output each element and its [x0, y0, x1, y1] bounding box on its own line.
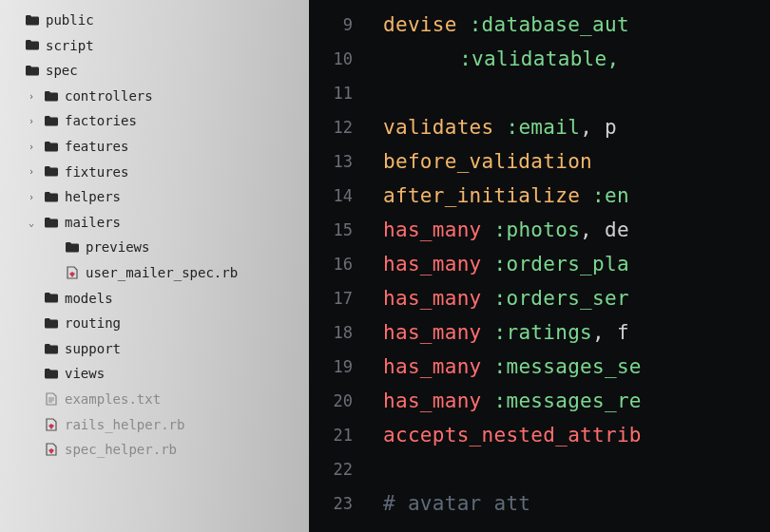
code-token: has_many [383, 218, 482, 241]
tree-item[interactable]: user_mailer_spec.rb [6, 260, 309, 286]
code-line[interactable]: has_many :messages_re [383, 384, 770, 418]
folder-icon [44, 166, 59, 177]
code-token [482, 355, 494, 378]
line-number: 22 [309, 452, 353, 486]
tree-item-label: rails_helper.rb [65, 412, 184, 438]
line-number: 17 [309, 281, 353, 315]
folder-icon [44, 116, 59, 126]
tree-item[interactable]: spec_helper.rb [6, 437, 309, 463]
code-token: :messages_re [494, 390, 642, 412]
tree-item-label: helpers [65, 184, 121, 210]
code-line[interactable]: has_many :orders_pla [383, 247, 770, 281]
code-token: after_initialize [383, 184, 580, 207]
code-line[interactable]: before_validation [383, 144, 770, 179]
code-token [482, 218, 494, 241]
line-number: 11 [309, 76, 353, 110]
tree-item[interactable]: views [6, 361, 309, 387]
code-line[interactable]: :validatable, [383, 42, 770, 76]
tree-item[interactable]: ›helpers [6, 184, 309, 210]
tree-item[interactable]: examples.txt [6, 387, 309, 412]
code-token: :orders_pla [494, 253, 629, 276]
tree-item[interactable]: rails_helper.rb [6, 412, 309, 438]
code-token [494, 116, 507, 139]
line-number: 19 [309, 350, 353, 384]
tree-item-label: public [46, 8, 94, 33]
tree-item[interactable]: spec [6, 58, 309, 84]
code-token: # avatar att [383, 492, 530, 515]
folder-open-icon [25, 15, 40, 26]
tree-item[interactable]: ⌄mailers [6, 210, 309, 236]
code-token: accepts_nested_attrib [383, 424, 642, 446]
line-number: 23 [309, 486, 353, 521]
code-line[interactable]: has_many :messages_se [383, 350, 770, 384]
code-token: :email [506, 116, 580, 139]
code-token [482, 321, 494, 344]
code-line[interactable]: devise :database_aut [383, 8, 770, 42]
code-editor[interactable]: 91011121314151617181920212223 devise :da… [309, 0, 770, 532]
tree-item-label: routing [65, 311, 121, 336]
folder-icon [44, 142, 59, 152]
folder-icon [44, 369, 59, 379]
code-line[interactable] [383, 452, 770, 486]
tree-item[interactable]: models [6, 286, 309, 312]
chevron-icon: › [29, 162, 38, 180]
tree-item-label: fixtures [65, 160, 128, 185]
tree-item-label: features [65, 134, 128, 160]
tree-item[interactable]: ›controllers [6, 84, 309, 109]
code-token: validates [383, 116, 494, 139]
code-line[interactable]: has_many :ratings, f [383, 315, 770, 350]
chevron-icon: › [29, 87, 38, 105]
tree-item[interactable]: script [6, 33, 309, 59]
tree-item-label: previews [86, 235, 149, 260]
code-line[interactable]: has_many :orders_ser [383, 281, 770, 315]
line-number: 10 [309, 42, 353, 76]
tree-item[interactable]: ›factories [6, 108, 309, 134]
code-token: , p [580, 116, 617, 139]
code-token [482, 287, 494, 310]
folder-icon [44, 91, 59, 102]
code-line[interactable] [383, 76, 770, 110]
tree-item[interactable]: ›features [6, 134, 309, 160]
line-number: 15 [309, 213, 353, 247]
tree-item[interactable]: previews [6, 235, 309, 260]
code-line[interactable]: validates :email, p [383, 110, 770, 144]
code-line[interactable]: has_many :photos, de [383, 213, 770, 247]
code-line[interactable]: after_initialize :en [383, 179, 770, 213]
code-token [457, 13, 470, 36]
folder-icon [44, 344, 59, 354]
tree-item[interactable]: support [6, 336, 309, 362]
folder-icon [25, 66, 40, 76]
file-tree[interactable]: publicscriptspec›controllers›factories›f… [0, 0, 309, 532]
text-file-icon [44, 392, 59, 406]
code-token [580, 184, 592, 207]
folder-icon [44, 293, 59, 303]
tree-item-label: factories [65, 108, 137, 134]
line-number-gutter: 91011121314151617181920212223 [309, 0, 366, 532]
code-token [482, 390, 494, 412]
tree-item[interactable]: ›fixtures [6, 160, 309, 185]
line-number: 9 [309, 8, 353, 42]
tree-item-label: models [65, 286, 113, 312]
code-token: :orders_ser [494, 287, 629, 310]
folder-icon [25, 40, 40, 50]
tree-item-label: mailers [65, 210, 121, 236]
code-line[interactable]: # avatar att [383, 486, 770, 521]
tree-item-label: examples.txt [65, 387, 161, 412]
chevron-icon: › [29, 138, 38, 156]
code-token: :ratings [494, 321, 593, 344]
ruby-file-icon [44, 418, 59, 431]
tree-item[interactable]: routing [6, 311, 309, 336]
folder-icon [44, 192, 59, 202]
tree-item-label: user_mailer_spec.rb [86, 260, 238, 286]
line-number: 20 [309, 384, 353, 418]
code-token: :en [592, 184, 629, 207]
folder-icon [65, 242, 80, 253]
tree-item-label: spec_helper.rb [65, 437, 177, 463]
code-line[interactable]: accepts_nested_attrib [383, 418, 770, 452]
code-token: has_many [383, 355, 482, 378]
code-area[interactable]: devise :database_aut :validatable, valid… [366, 0, 770, 532]
line-number: 13 [309, 144, 353, 179]
tree-item[interactable]: public [6, 8, 309, 33]
folder-icon [44, 218, 59, 228]
code-token: :photos [494, 218, 581, 241]
